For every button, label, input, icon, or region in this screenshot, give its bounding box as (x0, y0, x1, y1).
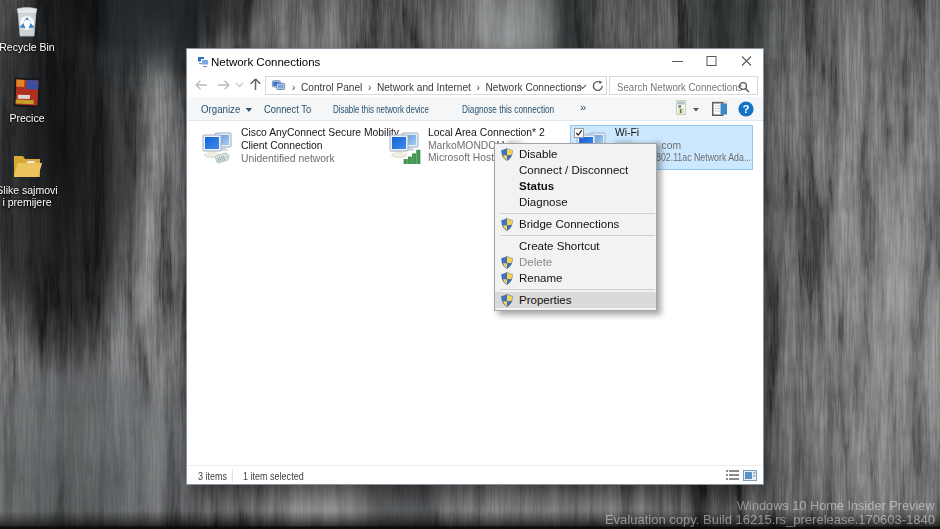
svg-text:?: ? (742, 103, 749, 115)
